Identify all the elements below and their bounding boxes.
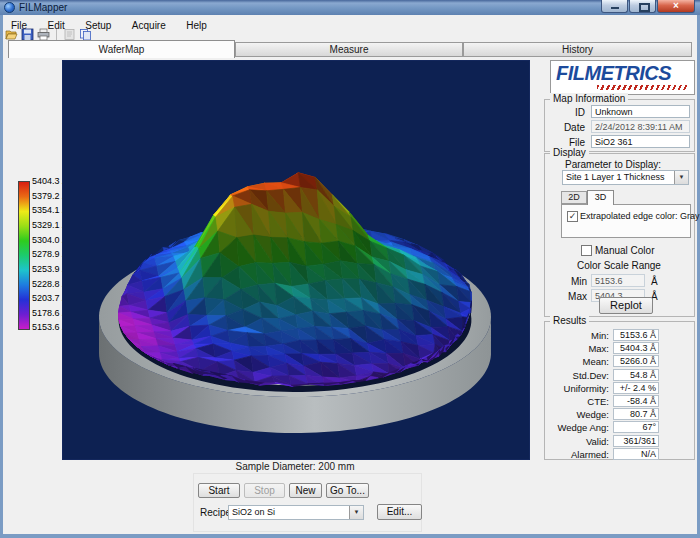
- go-to-button[interactable]: Go To...: [326, 483, 369, 498]
- id-label: ID: [547, 107, 585, 118]
- max-label: Max: [559, 291, 587, 302]
- stop-button: Stop: [244, 483, 285, 498]
- new-button[interactable]: New: [289, 483, 322, 498]
- result-value: N/A: [613, 448, 659, 460]
- result-value: -58.4 Å: [613, 395, 659, 407]
- edit-button[interactable]: Edit...: [377, 504, 422, 520]
- map-information-title: Map Information: [550, 93, 628, 104]
- start-button[interactable]: Start: [198, 483, 240, 498]
- results-title: Results: [550, 315, 589, 326]
- min-unit: Å: [651, 276, 658, 287]
- map-information-group: Map Information ID Unknown Date 2/24/201…: [544, 99, 695, 152]
- maximize-icon: [639, 3, 650, 12]
- result-value: 5404.3 Å: [613, 342, 659, 354]
- id-field[interactable]: Unknown: [591, 105, 690, 118]
- display-title: Display: [550, 147, 589, 158]
- tab-2d[interactable]: 2D: [561, 191, 587, 204]
- tab-measure[interactable]: Measure: [235, 42, 463, 57]
- results-group: Results Min:5153.6 Å Max:5404.3 Å Mean:5…: [544, 321, 695, 460]
- copy-icon[interactable]: [79, 28, 92, 41]
- min-label: Min: [559, 276, 587, 287]
- chevron-down-icon[interactable]: ▼: [349, 506, 363, 519]
- view-3d-tab-page: ✓ Extrapolated edge color: Gray: [561, 204, 691, 238]
- parameter-value: Site 1 Layer 1 Thickness: [566, 172, 664, 182]
- tab-history[interactable]: History: [463, 42, 692, 57]
- result-value: 361/361: [613, 435, 659, 447]
- print-icon[interactable]: [37, 28, 50, 41]
- parameter-to-display-label: Parameter to Display:: [565, 159, 661, 170]
- min-field: 5153.6: [591, 274, 645, 287]
- result-value: 80.7 Å: [613, 408, 659, 420]
- color-scale-bar: [18, 181, 30, 330]
- color-scale-range-title: Color Scale Range: [577, 260, 661, 271]
- result-row: Wedge:80.7 Å: [549, 408, 691, 421]
- menu-help[interactable]: Help: [178, 19, 215, 31]
- maximize-button[interactable]: [629, 0, 656, 13]
- result-value: 5266.0 Å: [613, 355, 659, 367]
- result-row: Alarmed:N/A: [549, 448, 691, 461]
- filmetrics-logo: FILMETRICS: [550, 60, 695, 95]
- manual-color-checkbox[interactable]: [581, 245, 592, 256]
- menu-acquire[interactable]: Acquire: [124, 19, 174, 31]
- report-icon-disabled: [63, 28, 76, 41]
- save-icon[interactable]: [21, 28, 34, 41]
- result-row: Valid:361/361: [549, 435, 691, 448]
- result-value: +/- 2.4 %: [613, 382, 659, 394]
- tab-wafermap[interactable]: WaferMap: [8, 40, 235, 58]
- display-group: Display Parameter to Display: Site 1 Lay…: [544, 153, 695, 317]
- recipe-value: SiO2 on Si: [232, 507, 275, 517]
- result-value: 54.8 Å: [613, 369, 659, 381]
- result-row: Std.Dev:54.8 Å: [549, 369, 691, 382]
- result-value: 67°: [613, 421, 659, 433]
- logo-tick-marks: [597, 85, 689, 90]
- title-bar[interactable]: FILMapper ×: [0, 0, 700, 15]
- parameter-dropdown[interactable]: Site 1 Layer 1 Thickness ▼: [562, 170, 689, 185]
- tab-3d[interactable]: 3D: [587, 190, 614, 205]
- filmetrics-logo-text: FILMETRICS: [556, 62, 671, 85]
- result-row: Mean:5266.0 Å: [549, 355, 691, 368]
- footer-controls-frame: [193, 473, 422, 532]
- edge-color-checkbox[interactable]: ✓: [567, 211, 578, 222]
- result-row: Wedge Ang:67°: [549, 421, 691, 434]
- replot-button[interactable]: Replot: [599, 297, 653, 314]
- toolbar-separator: [56, 29, 57, 40]
- menu-bar: File Edit Setup Acquire Help: [3, 15, 697, 28]
- wafer-3d-surface[interactable]: [63, 61, 529, 459]
- toolbar: [5, 27, 92, 41]
- open-file-icon[interactable]: [5, 28, 18, 41]
- minimize-button[interactable]: [601, 0, 628, 13]
- result-value: 5153.6 Å: [613, 329, 659, 341]
- manual-color-label: Manual Color: [595, 245, 654, 256]
- file-field[interactable]: SiO2 361: [591, 135, 690, 148]
- app-window: FILMapper × File Edit Setup Acquire Help…: [0, 0, 700, 538]
- result-row: CTE:-58.4 Å: [549, 395, 691, 408]
- close-button[interactable]: ×: [657, 0, 695, 13]
- recipe-dropdown[interactable]: SiO2 on Si ▼: [228, 505, 364, 520]
- date-field: 2/24/2012 8:39:11 AM: [591, 120, 690, 133]
- result-row: Max:5404.3 Å: [549, 342, 691, 355]
- app-icon: [4, 2, 15, 13]
- sample-diameter-label: Sample Diameter: 200 mm: [62, 461, 528, 472]
- edge-color-label: Extrapolated edge color: Gray: [580, 211, 700, 221]
- wafer-plot-area: [62, 60, 530, 460]
- minimize-icon: [611, 7, 619, 9]
- result-row: Uniformity:+/- 2.4 %: [549, 382, 691, 395]
- chevron-down-icon[interactable]: ▼: [674, 171, 688, 184]
- date-label: Date: [547, 122, 585, 133]
- result-row: Min:5153.6 Å: [549, 329, 691, 342]
- window-title: FILMapper: [19, 2, 67, 13]
